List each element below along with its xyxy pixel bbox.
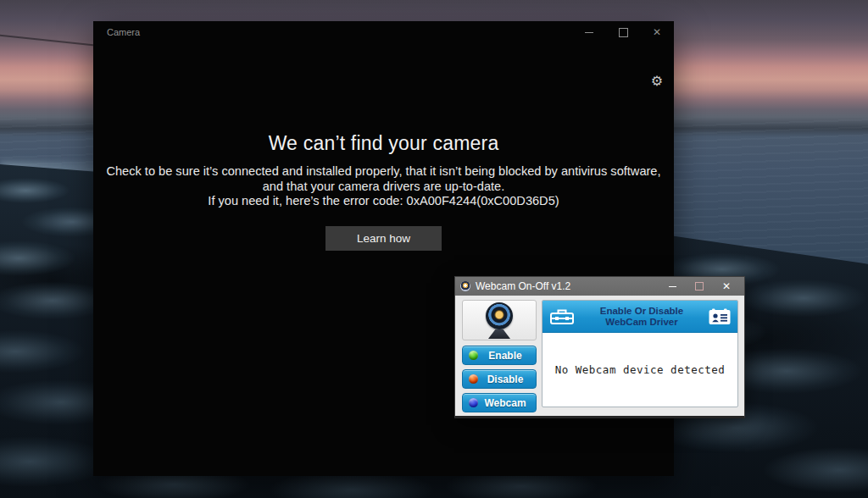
enable-button-label: Enable (481, 350, 529, 362)
camera-close-button[interactable]: ✕ (640, 21, 674, 43)
red-status-dot-icon (469, 374, 478, 384)
webcam-window-controls: ✕ (665, 279, 739, 293)
webcam-left-column: Enable Disable Webcam (462, 300, 537, 417)
webcam-minimize-button[interactable] (665, 279, 680, 293)
desktop: Camera ✕ ⚙ We can’t find your camera Che… (0, 0, 868, 498)
webcam-app-icon (460, 281, 470, 291)
camera-error-code-line: If you need it, here’s the error code: 0… (99, 194, 669, 209)
webcam-close-button[interactable]: ✕ (719, 279, 734, 293)
webcam-device-image (462, 300, 537, 340)
webcam-client-area: Enable Disable Webcam (455, 296, 744, 413)
webcam-maximize-button (692, 279, 707, 293)
webcam-status-panel: Enable Or Disable WebCam Driver No (542, 300, 738, 407)
header-line1: Enable Or Disable (575, 306, 709, 317)
minimize-icon (585, 32, 593, 33)
learn-how-button[interactable]: Learn how (326, 226, 442, 251)
minimize-icon (669, 286, 676, 287)
blue-status-dot-icon (469, 398, 478, 407)
webcam-window-title: Webcam On-Off v1.2 (476, 280, 570, 292)
camera-minimize-button[interactable] (572, 21, 606, 43)
disable-button[interactable]: Disable (462, 369, 537, 389)
webcam-status-message: No Webcam device detected (542, 333, 737, 407)
camera-maximize-button[interactable] (606, 21, 640, 43)
maximize-icon (619, 28, 628, 37)
maximize-icon (695, 282, 704, 290)
green-status-dot-icon (469, 351, 478, 360)
webcam-button[interactable]: Webcam (462, 393, 537, 412)
status-panel-header-text: Enable Or Disable WebCam Driver (575, 306, 709, 328)
webcam-tool-window: Webcam On-Off v1.2 ✕ Enable (454, 276, 745, 418)
toolbox-icon (549, 307, 575, 326)
webcam-button-label: Webcam (481, 397, 529, 409)
camera-error-body: Check to be sure it’s connected and inst… (99, 164, 669, 194)
camera-error-heading: We can’t find your camera (93, 132, 674, 155)
enable-button[interactable]: Enable (462, 346, 537, 365)
camera-settings-button[interactable]: ⚙ (651, 75, 663, 88)
webcam-titlebar: Webcam On-Off v1.2 ✕ (455, 277, 744, 296)
disable-button-label: Disable (481, 374, 529, 385)
camera-titlebar: Camera ✕ (93, 21, 674, 43)
webcam-stand-graphic (488, 329, 510, 339)
camera-window-controls: ✕ (572, 21, 674, 43)
header-line2: WebCam Driver (575, 317, 709, 328)
id-card-icon (709, 308, 731, 325)
webcam-lens-graphic (486, 302, 513, 329)
camera-error-content: We can’t find your camera Check to be su… (93, 132, 674, 251)
status-panel-header: Enable Or Disable WebCam Driver (542, 301, 737, 333)
camera-window-title: Camera (107, 27, 140, 37)
